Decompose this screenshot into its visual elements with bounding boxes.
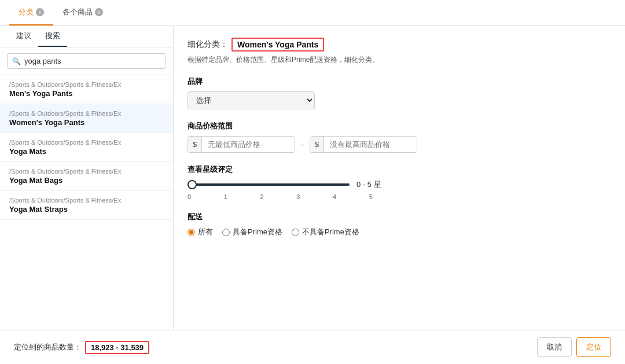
list-item[interactable]: /Sports & Outdoors/Sports & Fitness/Ex Y… xyxy=(0,191,173,220)
locate-button[interactable]: 定位 xyxy=(576,337,611,357)
category-name: Men's Yoga Pants xyxy=(9,89,164,98)
category-path: /Sports & Outdoors/Sports & Fitness/Ex xyxy=(9,110,164,117)
sub-tab-suggest-label: 建议 xyxy=(16,31,31,40)
bottom-bar: 定位到的商品数量： 18,923 - 31,539 取消 定位 xyxy=(0,330,625,364)
delivery-noprime-radio[interactable] xyxy=(292,229,299,236)
search-box: 🔍 xyxy=(0,47,173,75)
price-max-input[interactable] xyxy=(324,137,417,152)
section-title-row: 细化分类： Women's Yoga Pants xyxy=(188,38,611,52)
delivery-noprime-option[interactable]: 不具备Prime资格 xyxy=(292,227,359,237)
sub-tab-suggest[interactable]: 建议 xyxy=(9,26,38,47)
bottom-actions: 取消 定位 xyxy=(537,337,611,357)
main-content: 建议 搜索 🔍 /Sports & Outdoors/Sports & Fitn… xyxy=(0,26,625,330)
delivery-all-radio[interactable] xyxy=(188,229,195,236)
tab-category[interactable]: 分类 i xyxy=(9,0,53,25)
rating-section: 查看星级评定 0 - 5 星 0 1 2 3 4 5 xyxy=(188,164,611,200)
top-tabs: 分类 i 各个商品 i xyxy=(0,0,625,26)
delivery-noprime-label: 不具备Prime资格 xyxy=(302,227,359,237)
price-max-prefix: $ xyxy=(310,137,324,152)
tick-4: 4 xyxy=(333,193,336,200)
sub-tab-search[interactable]: 搜索 xyxy=(38,26,67,47)
category-path: /Sports & Outdoors/Sports & Fitness/Ex xyxy=(9,139,164,146)
tick-2: 2 xyxy=(260,193,264,200)
category-list: /Sports & Outdoors/Sports & Fitness/Ex M… xyxy=(0,75,173,330)
category-path: /Sports & Outdoors/Sports & Fitness/Ex xyxy=(9,197,164,204)
category-path: /Sports & Outdoors/Sports & Fitness/Ex xyxy=(9,81,164,88)
price-min-prefix: $ xyxy=(188,137,202,152)
product-count-row: 定位到的商品数量： 18,923 - 31,539 xyxy=(14,341,149,354)
list-item[interactable]: /Sports & Outdoors/Sports & Fitness/Ex W… xyxy=(0,104,173,133)
tab-products[interactable]: 各个商品 i xyxy=(53,0,112,25)
sub-tab-search-label: 搜索 xyxy=(45,31,60,40)
slider-ticks: 0 1 2 3 4 5 xyxy=(188,193,373,200)
list-item[interactable]: /Sports & Outdoors/Sports & Fitness/Ex M… xyxy=(0,75,173,104)
search-input-wrapper: 🔍 xyxy=(7,53,166,69)
tab-products-info: i xyxy=(95,8,103,16)
tick-1: 1 xyxy=(224,193,227,200)
tab-category-label: 分类 xyxy=(19,7,34,17)
delivery-radio-group: 所有 具备Prime资格 不具备Prime资格 xyxy=(188,227,611,237)
list-item[interactable]: /Sports & Outdoors/Sports & Fitness/Ex Y… xyxy=(0,162,173,191)
section-title-label: 细化分类： xyxy=(188,39,228,50)
delivery-label: 配送 xyxy=(188,212,611,222)
rating-label-row: 0 - 5 星 xyxy=(188,179,611,190)
price-label: 商品价格范围 xyxy=(188,121,611,131)
search-icon: 🔍 xyxy=(12,57,21,65)
brand-select[interactable]: 选择 xyxy=(188,91,315,109)
delivery-section: 配送 所有 具备Prime资格 不具备Prime资格 xyxy=(188,212,611,237)
delivery-prime-option[interactable]: 具备Prime资格 xyxy=(222,227,282,237)
category-name: Yoga Mat Straps xyxy=(9,205,164,214)
category-path: /Sports & Outdoors/Sports & Fitness/Ex xyxy=(9,168,164,175)
price-min-wrapper: $ xyxy=(188,136,295,153)
list-item[interactable]: /Sports & Outdoors/Sports & Fitness/Ex Y… xyxy=(0,133,173,162)
sub-tabs: 建议 搜索 xyxy=(0,26,173,47)
price-min-input[interactable] xyxy=(202,137,295,152)
brand-section: 品牌 选择 xyxy=(188,76,611,109)
rating-label: 查看星级评定 xyxy=(188,164,611,175)
delivery-all-option[interactable]: 所有 xyxy=(188,227,213,237)
tab-category-info: i xyxy=(36,8,44,16)
category-name: Yoga Mats xyxy=(9,147,164,156)
tick-3: 3 xyxy=(296,193,300,200)
delivery-prime-label: 具备Prime资格 xyxy=(233,227,282,237)
app-container: 分类 i 各个商品 i 建议 搜索 🔍 xyxy=(0,0,625,364)
rating-range-label: 0 - 5 星 xyxy=(356,179,381,190)
section-title-value: Women's Yoga Pants xyxy=(231,38,324,52)
delivery-all-label: 所有 xyxy=(198,227,213,237)
brand-label: 品牌 xyxy=(188,76,611,87)
price-range-row: $ - $ xyxy=(188,136,611,153)
cancel-button[interactable]: 取消 xyxy=(537,337,572,357)
search-input[interactable] xyxy=(24,57,161,65)
section-description: 根据特定品牌、价格范围、星级和Prime配送资格，细化分类。 xyxy=(188,55,611,65)
category-name: Women's Yoga Pants xyxy=(9,118,164,127)
price-dash: - xyxy=(301,140,304,149)
delivery-prime-radio[interactable] xyxy=(222,229,230,236)
tick-0: 0 xyxy=(188,193,191,200)
price-max-wrapper: $ xyxy=(310,136,417,153)
tick-5: 5 xyxy=(369,193,373,200)
product-count-value: 18,923 - 31,539 xyxy=(85,341,149,354)
category-name: Yoga Mat Bags xyxy=(9,176,164,185)
left-panel: 建议 搜索 🔍 /Sports & Outdoors/Sports & Fitn… xyxy=(0,26,174,330)
rating-slider[interactable] xyxy=(188,183,350,186)
right-panel: 细化分类： Women's Yoga Pants 根据特定品牌、价格范围、星级和… xyxy=(174,26,625,330)
price-section: 商品价格范围 $ - $ xyxy=(188,121,611,153)
tab-products-label: 各个商品 xyxy=(62,7,93,17)
product-count-label: 定位到的商品数量： xyxy=(14,342,82,352)
